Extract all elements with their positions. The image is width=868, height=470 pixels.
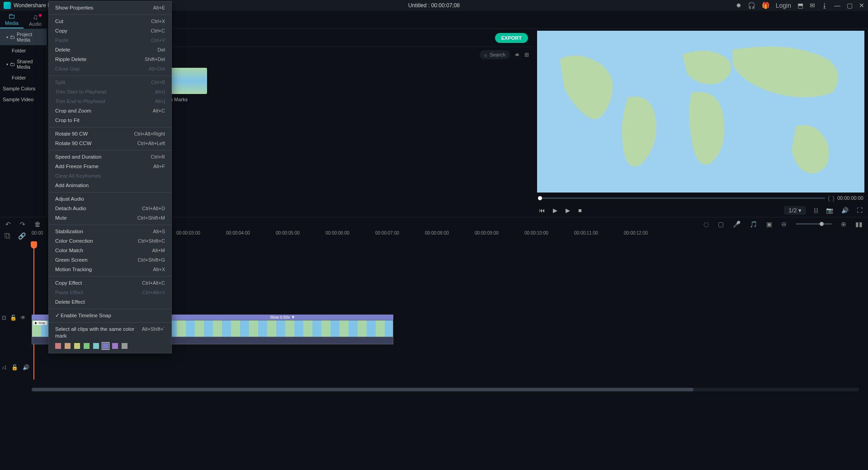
ctx-stabilization[interactable]: StabilizationAlt+S	[49, 227, 171, 236]
grid-view-icon[interactable]: ⊞	[524, 52, 529, 58]
lightbulb-icon[interactable]: ✹	[736, 2, 741, 9]
sidebar-item-sample-colors[interactable]: Sample Colors	[0, 83, 47, 94]
sidebar-item-sample-video[interactable]: Sample Video	[0, 94, 47, 105]
mail-icon[interactable]: ✉	[810, 2, 815, 9]
ctx-add-freeze-frame[interactable]: Add Freeze FrameAlt+F	[49, 162, 171, 171]
color-swatch[interactable]	[84, 343, 90, 349]
ctx-delete-effect[interactable]: Delete Effect	[49, 297, 171, 307]
render-icon[interactable]: ◌	[703, 221, 709, 228]
ctx-crop-and-zoom[interactable]: Crop and ZoomAlt+C	[49, 106, 171, 116]
sidebar-item-folder-2[interactable]: Folder	[0, 72, 47, 83]
prev-frame-icon[interactable]: ⏮	[539, 207, 545, 214]
context-menu: Show PropertiesAlt+ECutCtrl+XCopyCtrl+CP…	[48, 1, 172, 353]
next-frame-icon[interactable]: ▶	[566, 207, 570, 214]
ctx-crop-to-fit[interactable]: Crop to Fit	[49, 116, 171, 125]
fullscreen-icon[interactable]: ⛶	[857, 207, 863, 214]
color-swatch[interactable]	[122, 343, 127, 349]
copy-icon[interactable]: ⿻	[5, 232, 11, 240]
zoom-in-icon[interactable]: ⊕	[841, 221, 846, 228]
lock-icon[interactable]: 🔓	[11, 364, 18, 371]
tab-audio[interactable]: ♫ Audio	[24, 13, 47, 28]
ctx-close-gap: Close GapAlt+Del	[49, 64, 171, 74]
volume-icon[interactable]: 🔊	[841, 207, 849, 214]
ctx-mute[interactable]: MuteCtrl+Shift+M	[49, 213, 171, 223]
zoom-knob-icon[interactable]	[820, 222, 824, 226]
sidebar-item-folder[interactable]: Folder	[0, 45, 47, 56]
close-icon[interactable]: ✕	[859, 2, 864, 9]
crop-icon[interactable]: ▣	[766, 221, 772, 228]
ctx-color-match[interactable]: Color MatchAlt+M	[49, 246, 171, 255]
link-icon[interactable]: 🔗	[18, 232, 26, 240]
left-sidebar: ▾🗀Project Media Folder ▾🗀Shared Media Fo…	[0, 29, 47, 217]
track-toggle-icon[interactable]: ⊡	[2, 315, 6, 321]
playhead-handle-icon[interactable]	[31, 241, 37, 249]
undo-icon[interactable]: ↶	[5, 221, 11, 228]
ctx-adjust-audio[interactable]: Adjust Audio	[49, 194, 171, 204]
tab-media[interactable]: 🗀 Media	[0, 12, 24, 28]
gift-icon[interactable]: 🎁	[762, 2, 769, 9]
eye-icon[interactable]: 👁	[20, 315, 26, 321]
zoom-fit-icon[interactable]: ▮▮	[855, 221, 863, 228]
filter-icon[interactable]: ⩩	[514, 52, 520, 58]
playhead[interactable]	[33, 244, 34, 380]
login-button[interactable]: Login	[776, 2, 791, 9]
voiceover-icon[interactable]: 🎤	[733, 221, 741, 228]
ctx-motion-tracking[interactable]: Motion TrackingAlt+X	[49, 265, 171, 274]
clip-name-tag: ▶ Map	[33, 321, 47, 325]
ctx-select-all-clips-with-the-same-color-mark[interactable]: Select all clips with the same color mar…	[49, 324, 171, 341]
maximize-icon[interactable]: ▢	[847, 2, 853, 9]
preview-viewport[interactable]	[537, 31, 864, 193]
save-icon[interactable]: ⬒	[797, 2, 803, 9]
sidebar-item-shared-media[interactable]: ▾🗀Shared Media	[0, 56, 47, 72]
ctx-copy[interactable]: CopyCtrl+C	[49, 26, 171, 36]
ctx-ripple-delete[interactable]: Ripple DeleteShift+Del	[49, 55, 171, 64]
lock-icon[interactable]: 🔓	[10, 315, 17, 321]
speaker-icon[interactable]: 🔊	[23, 364, 29, 371]
ctx-add-animation[interactable]: Add Animation	[49, 181, 171, 190]
audio-mix-icon[interactable]: 🎵	[750, 221, 757, 228]
color-swatch[interactable]	[74, 343, 80, 349]
clip-speed-label[interactable]: Slow 0.50x ▼	[172, 315, 393, 320]
export-button[interactable]: EXPORT	[495, 33, 528, 43]
mark-in-icon[interactable]: {	[828, 195, 830, 202]
ctx-show-properties[interactable]: Show PropertiesAlt+E	[49, 3, 171, 13]
download-icon[interactable]: ⭳	[821, 2, 828, 9]
color-swatch[interactable]	[55, 343, 61, 349]
app-logo-icon	[4, 2, 11, 9]
audio-track-label: ♪1	[2, 365, 7, 370]
ctx-color-correction[interactable]: Color CorrectionCtrl+Shift+C	[49, 236, 171, 246]
mark-out-icon[interactable]: }	[833, 195, 835, 202]
ctx-speed-and-duration[interactable]: Speed and DurationCtrl+R	[49, 152, 171, 162]
stop-icon[interactable]: ■	[578, 207, 582, 214]
ctx-delete[interactable]: DeleteDel	[49, 45, 171, 55]
scrub-handle-icon[interactable]	[538, 196, 542, 200]
ctx-rotate-90-ccw[interactable]: Rotate 90 CCWCtrl+Alt+Left	[49, 139, 171, 148]
redo-icon[interactable]: ↷	[20, 221, 25, 228]
ctx-rotate-90-cw[interactable]: Rotate 90 CWCtrl+Alt+Right	[49, 129, 171, 139]
play-icon[interactable]: ▶	[553, 207, 557, 214]
ctx-enable-timeline-snap[interactable]: ✓Enable Timeline Snap	[49, 311, 171, 320]
color-swatch[interactable]	[93, 343, 99, 349]
timeline-scrollbar[interactable]	[32, 388, 859, 391]
delete-icon[interactable]: 🗑	[34, 221, 41, 228]
scrub-bar[interactable]	[538, 197, 825, 199]
zoom-slider[interactable]	[796, 223, 832, 225]
marker-icon[interactable]: ▢	[718, 221, 724, 228]
sidebar-item-project-media[interactable]: ▾🗀Project Media	[0, 29, 47, 45]
color-swatch[interactable]	[112, 343, 118, 349]
ctx-green-screen[interactable]: Green ScreenCtrl+Shift+G	[49, 255, 171, 265]
zoom-ratio-select[interactable]: 1/2 ▾	[784, 206, 806, 215]
search-input[interactable]: ⌕Search	[480, 50, 510, 59]
color-swatch[interactable]	[65, 343, 71, 349]
ctx-color-swatches	[49, 341, 171, 351]
minimize-icon[interactable]: —	[834, 2, 840, 9]
display-icon[interactable]: ⌸	[814, 207, 818, 214]
headphones-icon[interactable]: 🎧	[748, 2, 755, 9]
ctx-copy-effect[interactable]: Copy EffectCtrl+Alt+C	[49, 278, 171, 288]
color-swatch[interactable]	[103, 343, 108, 349]
ctx-detach-audio[interactable]: Detach AudioCtrl+Alt+D	[49, 204, 171, 213]
snapshot-icon[interactable]: 📷	[826, 207, 833, 214]
ctx-split: SplitCtrl+B	[49, 78, 171, 87]
zoom-out-icon[interactable]: ⊖	[781, 221, 787, 228]
ctx-cut[interactable]: CutCtrl+X	[49, 17, 171, 26]
